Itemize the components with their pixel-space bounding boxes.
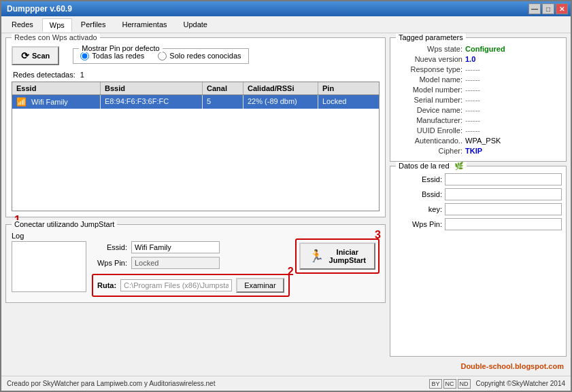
- examinar-button[interactable]: Examinar: [236, 278, 284, 293]
- ruta-container: 2 Ruta: Examinar: [92, 274, 290, 297]
- cell-canal: 5: [203, 95, 243, 109]
- cell-pin: Locked: [318, 95, 373, 109]
- status-bar: Creado por SkyWatcher para Lampiweb.com …: [1, 376, 571, 391]
- right-panel: Tagged parameters Wps state: Configured …: [390, 37, 567, 372]
- table-row[interactable]: 📶 Wifi Family E8:94:F6:F3:6F:FC 5 22% (-…: [12, 95, 379, 109]
- cc-nc-icon: NC: [443, 379, 456, 389]
- scan-button[interactable]: ⟳ Scan: [12, 46, 59, 65]
- col-canal: Canal: [203, 82, 243, 94]
- log-box: [12, 241, 86, 292]
- copyright-link-area: Double-school.blogspot.com: [390, 361, 567, 372]
- param-uuid: UUID Enrolle: ------: [394, 126, 562, 135]
- scan-label: Scan: [32, 52, 50, 60]
- radio-todas[interactable]: Todas las redes: [80, 52, 144, 60]
- tab-herramientas[interactable]: Herramientas: [114, 18, 174, 31]
- jumpstart-btn-label: Iniciar JumpStart: [329, 248, 366, 264]
- param-manufacturer: Manufacturer: ------: [394, 116, 562, 124]
- radar-icon: ⟳: [21, 50, 29, 61]
- radio-group-title: Mostrar Pin por defecto: [79, 44, 162, 52]
- datos-wpspin-label: Wps Pin:: [394, 220, 442, 228]
- col-quality: Calidad/RSSi: [243, 82, 318, 94]
- networks-count: 1: [80, 71, 84, 79]
- cc-by-icon: BY: [429, 379, 441, 389]
- datos-bssid-row: Bssid:: [394, 188, 562, 200]
- networks-label: Redes detectadas: 1: [12, 71, 380, 79]
- tab-redes[interactable]: Redes: [4, 18, 41, 31]
- essid-row: Essid:: [92, 241, 290, 253]
- table-header: Essid Bssid Canal Calidad/RSSi Pin: [12, 82, 379, 95]
- param-model-number: Model number: ------: [394, 86, 562, 94]
- datos-bssid-input[interactable]: [445, 188, 562, 200]
- datos-essid-row: Essid:: [394, 173, 562, 185]
- datos-section: Datos de la red 🌿 Essid: Bssid: key: Wps…: [390, 166, 567, 357]
- copyright-text: Copyright ©SkyWatcher 2014: [476, 380, 566, 387]
- tab-perfiles[interactable]: Perfiles: [73, 18, 114, 31]
- cell-quality: 22% (-89 dbm): [243, 95, 318, 109]
- title-bar: Dumppper v.60.9 — □ ✕: [1, 1, 571, 16]
- datos-bssid-label: Bssid:: [394, 190, 442, 198]
- cell-bssid: E8:94:F6:F3:6F:FC: [101, 95, 203, 109]
- jumpstart-icon: 🏃: [309, 249, 324, 264]
- cc-nd-icon: ND: [458, 379, 471, 389]
- status-text: Creado por SkyWatcher para Lampiweb.com …: [7, 380, 215, 387]
- cell-essid: 📶 Wifi Family: [12, 95, 101, 109]
- radio-todas-label: Todas las redes: [92, 52, 144, 60]
- col-bssid: Bssid: [101, 82, 203, 94]
- datos-wpspin-input[interactable]: [445, 218, 562, 230]
- menu-bar: Redes Wps Perfiles Herramientas Update: [1, 16, 571, 33]
- cc-badge: BY NC ND: [429, 379, 470, 389]
- marker-3: 3: [375, 229, 381, 241]
- param-serial: Serial number: ------: [394, 96, 562, 104]
- log-label: Log: [12, 232, 86, 240]
- pin-radio-group: Mostrar Pin por defecto Todas las redes …: [73, 48, 248, 64]
- param-cipher: Cipher: TKIP: [394, 147, 562, 155]
- radio-conocidas[interactable]: Solo redes conocidas: [158, 52, 241, 60]
- wifi-icon: 📶: [16, 97, 27, 107]
- tagged-params-section: Tagged parameters Wps state: Configured …: [390, 37, 567, 162]
- ruta-label: Ruta:: [97, 281, 116, 289]
- iniciar-jumpstart-button[interactable]: 🏃 Iniciar JumpStart: [299, 243, 375, 270]
- tagged-params-title: Tagged parameters: [396, 33, 466, 41]
- param-device-name: Device name: ------: [394, 106, 562, 114]
- table-body: 📶 Wifi Family E8:94:F6:F3:6F:FC 5 22% (-…: [12, 95, 379, 211]
- jumpstart-title: Conectar utilizando JumpStart: [12, 220, 117, 228]
- essid-form-label: Essid:: [92, 243, 127, 251]
- col-pin: Pin: [318, 82, 373, 94]
- datos-key-row: key:: [394, 203, 562, 215]
- minimize-button[interactable]: —: [528, 3, 541, 14]
- close-button[interactable]: ✕: [556, 3, 568, 14]
- wpspin-form-label: Wps Pin:: [92, 259, 127, 267]
- wpspin-input[interactable]: [131, 257, 220, 269]
- networks-table: Essid Bssid Canal Calidad/RSSi Pin 📶 Wif…: [12, 82, 380, 211]
- datos-essid-input[interactable]: [445, 173, 562, 185]
- datos-essid-label: Essid:: [394, 175, 442, 183]
- datos-wpspin-row: Wps Pin:: [394, 218, 562, 230]
- main-content: Redes con Wps activado ⟳ Scan Mostrar Pi…: [1, 33, 571, 376]
- tab-update[interactable]: Update: [176, 18, 215, 31]
- datos-key-label: key:: [394, 205, 442, 213]
- radio-conocidas-label: Solo redes conocidas: [169, 52, 241, 60]
- param-autenticando: Autenticando.. WPA_PSK: [394, 137, 562, 145]
- left-panel: Redes con Wps activado ⟳ Scan Mostrar Pi…: [5, 37, 386, 372]
- maximize-button[interactable]: □: [542, 3, 554, 14]
- status-right: BY NC ND Copyright ©SkyWatcher 2014: [429, 379, 565, 389]
- window-title: Dumppper v.60.9: [7, 4, 72, 14]
- param-model-name: Model name: ------: [394, 75, 562, 84]
- param-response: Response type: ------: [394, 65, 562, 73]
- tab-wps[interactable]: Wps: [42, 18, 72, 32]
- window-controls: — □ ✕: [528, 3, 568, 14]
- scan-group-title: Redes con Wps activado: [12, 33, 100, 41]
- marker-2: 2: [288, 266, 294, 278]
- jumpstart-btn-wrapper: 3 🏃 Iniciar JumpStart: [295, 238, 380, 274]
- col-essid: Essid: [12, 82, 101, 94]
- param-wps-state: Wps state: Configured: [394, 45, 562, 53]
- main-window: Dumppper v.60.9 — □ ✕ Redes Wps Perfiles…: [0, 0, 572, 392]
- datos-title: Datos de la red 🌿: [396, 162, 467, 171]
- blog-link[interactable]: Double-school.blogspot.com: [460, 362, 564, 370]
- essid-input[interactable]: [131, 241, 220, 253]
- leaf-icon: 🌿: [454, 162, 464, 170]
- ruta-input[interactable]: [120, 279, 232, 291]
- param-version: Nueva version 1.0: [394, 55, 562, 63]
- datos-key-input[interactable]: [445, 203, 562, 215]
- wpspin-row: Wps Pin:: [92, 257, 290, 269]
